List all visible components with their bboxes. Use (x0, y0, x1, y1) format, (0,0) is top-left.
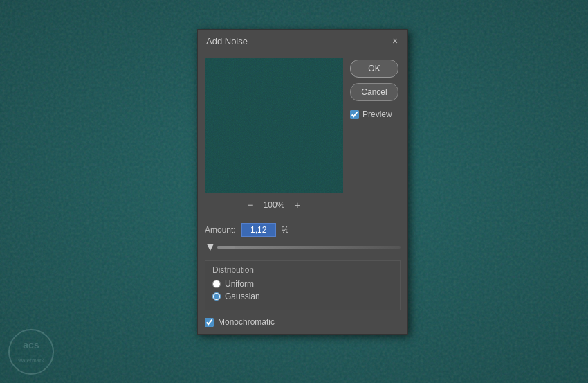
gaussian-radio-row: Gaussian (212, 292, 393, 301)
svg-point-0 (9, 330, 53, 374)
preview-label[interactable]: Preview (362, 109, 392, 119)
close-button[interactable]: × (389, 35, 401, 46)
amount-section: Amount: % (198, 219, 407, 240)
preview-checkbox[interactable] (350, 110, 359, 119)
preview-check-row: Preview (350, 109, 398, 119)
ok-button[interactable]: OK (350, 60, 398, 78)
gaussian-radio[interactable] (212, 292, 221, 301)
side-controls: OK Cancel Preview (350, 58, 398, 212)
dialog-title: Add Noise (206, 36, 248, 46)
uniform-radio-row: Uniform (212, 279, 393, 289)
uniform-radio[interactable] (212, 280, 221, 288)
monochromatic-label[interactable]: Monochromatic (218, 317, 275, 327)
amount-label: Amount: (205, 225, 236, 235)
add-noise-dialog: Add Noise × − 100% + OK Cancel Preview (197, 29, 408, 335)
distribution-section: Distribution Uniform Gaussian (205, 260, 401, 310)
zoom-out-button[interactable]: − (245, 197, 257, 212)
slider-fill (217, 246, 236, 249)
amount-input[interactable] (241, 223, 276, 237)
slider-section: ▼ (198, 240, 407, 258)
zoom-level: 100% (262, 200, 286, 210)
dialog-title-bar: Add Noise × (198, 30, 407, 51)
svg-text:watermark: watermark (17, 357, 44, 364)
preview-section: − 100% + (205, 58, 343, 212)
amount-unit: % (282, 225, 289, 235)
preview-canvas (205, 58, 343, 193)
distribution-title: Distribution (212, 265, 393, 275)
gaussian-label[interactable]: Gaussian (225, 292, 260, 301)
zoom-controls: − 100% + (245, 197, 304, 212)
slider-triangle-icon: ▼ (205, 241, 216, 253)
zoom-in-icon: + (295, 199, 301, 211)
watermark: acs watermark (7, 328, 55, 376)
slider-track[interactable] (217, 246, 401, 249)
svg-text:acs: acs (23, 339, 39, 350)
uniform-label[interactable]: Uniform (225, 279, 254, 289)
cancel-button[interactable]: Cancel (350, 83, 398, 101)
watermark-icon: acs watermark (7, 328, 55, 376)
monochromatic-checkbox[interactable] (205, 318, 214, 327)
dialog-body: − 100% + OK Cancel Preview (198, 51, 407, 219)
zoom-in-button[interactable]: + (292, 197, 304, 212)
monochromatic-section: Monochromatic (198, 313, 407, 334)
zoom-out-icon: − (248, 199, 254, 211)
amount-row: Amount: % (205, 223, 401, 237)
